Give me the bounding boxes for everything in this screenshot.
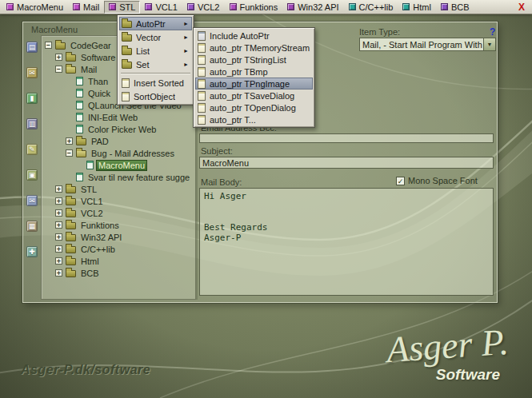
bcc-input[interactable] [199,133,494,143]
tree-item-label: Quick [86,89,112,98]
tree-item-c-c-lib[interactable]: +C/C++lib [42,243,195,255]
stl-menu-item-list[interactable]: List► [119,44,192,58]
mail-item-icon [76,77,83,86]
tree-indent-spacer [66,125,73,133]
autoptr-menu-item-auto-ptr-tmemorystream[interactable]: auto_ptr TMemoryStream [195,42,313,54]
tree-item-label: Mail [79,65,98,74]
submenu-arrow-icon: ► [183,21,189,26]
menubar-item-label: Mail [83,2,99,12]
close-button[interactable]: X [514,2,529,13]
tree-item-html[interactable]: +Html [42,255,195,267]
tree-item-pad[interactable]: +PAD [42,135,195,147]
menubar-item-html[interactable]: Html [398,1,436,14]
tree-item-bcb[interactable]: +BCB [42,267,195,279]
tree-item-label: Html [79,257,101,266]
brand-logo-script: Asger P. [385,324,509,369]
tree-expander-plus-icon[interactable]: + [55,197,62,205]
bookmark-icon[interactable]: ▮ [26,93,38,104]
tree-item-bug-mail-addresses[interactable]: −Bug - Mail Addresses [42,147,195,159]
stl-menu-item-autoptr[interactable]: AutoPtr► [119,17,192,30]
tree-indent-spacer [66,173,73,181]
tree-expander-plus-icon[interactable]: + [55,245,62,253]
tree-expander-plus-icon[interactable]: + [55,185,62,193]
stl-menu-item-set[interactable]: Set► [119,58,192,71]
menubar-item-vcl1[interactable]: VCL1 [140,1,182,14]
tree-item-vcl2[interactable]: +VCL2 [42,207,195,219]
tree-expander-plus-icon[interactable]: + [55,257,62,265]
left-toolbar: ▤✉▮▥✎▣✉▦✚ [25,42,39,296]
document-icon [198,67,206,77]
autoptr-menu-item-auto-ptr-tstringlist[interactable]: auto_ptr TStringList [195,54,313,66]
autoptr-menu-item-auto-ptr-tpngimage[interactable]: auto_ptr TPngImage [195,78,313,90]
tree-item-label: INI-Edit Web [86,113,139,122]
help-icon[interactable]: ? [490,26,495,38]
combo-arrow-icon[interactable] [483,38,495,50]
tree-item-vcl1[interactable]: +VCL1 [42,195,195,207]
autoptr-submenu: Include AutoPtrauto_ptr TMemoryStreamaut… [193,27,315,128]
menu-item-label: Set [136,60,150,70]
autoptr-menu-item-auto-ptr-tbmp[interactable]: auto_ptr TBmp [195,66,313,78]
autoptr-menu-item-auto-ptr-t[interactable]: auto_ptr T... [195,113,313,125]
menubar-item-stl[interactable]: STL [104,1,140,14]
stl-menu-item-insert-sorted[interactable]: Insert Sorted [119,76,192,90]
menubar-item-c-c-lib[interactable]: C/C++lib [344,1,398,14]
folder-icon [122,34,132,42]
tree-item-funktions[interactable]: +Funktions [42,219,195,231]
mail-body-textarea[interactable]: Hi Asger Best Regards Asger-P [199,188,494,296]
menu-item-label: Insert Sorted [134,78,184,88]
menubar-item-label: VCL2 [198,2,220,12]
tree-item-stl[interactable]: +STL [42,183,195,195]
folder-icon [66,258,76,265]
autoptr-menu-item-auto-ptr-topendialog[interactable]: auto_ptr TOpenDialog [195,101,313,113]
save-icon[interactable]: ▥ [26,118,38,129]
mail-icon[interactable]: ✉ [26,67,38,78]
tools-icon[interactable]: ✚ [26,246,38,257]
notes-icon[interactable]: ▤ [26,42,38,53]
menu-cube-icon [109,3,116,10]
grid-icon[interactable]: ▦ [26,221,38,232]
folder-icon[interactable]: ▣ [26,169,38,181]
tree-item-label: C/C++lib [79,245,117,254]
send-icon[interactable]: ✉ [26,195,38,206]
autoptr-menu-item-include-autoptr[interactable]: Include AutoPtr [195,30,313,42]
tree-indent-spacer [66,113,73,121]
tree-item-win32-api[interactable]: +Win32 API [42,231,195,243]
tree-expander-plus-icon[interactable]: + [55,209,62,217]
menubar-item-vcl2[interactable]: VCL2 [182,1,225,14]
tree-item-svar-til-new-feature-sugge[interactable]: Svar til new feature sugge [42,171,195,183]
autoptr-menu-item-auto-ptr-tsavedialog[interactable]: auto_ptr TSaveDialog [195,90,313,101]
tree-expander-plus-icon[interactable]: + [66,137,73,145]
tree-expander-plus-icon[interactable]: + [55,54,62,61]
stl-menu-item-sortobject[interactable]: SortObject [119,90,192,103]
tree-item-macromenu[interactable]: MacroMenu [42,159,195,171]
tree-expander-minus-icon[interactable]: − [66,149,73,157]
edit-icon[interactable]: ✎ [26,144,38,155]
tree-expander-minus-icon[interactable]: − [55,66,62,73]
tree-expander-minus-icon[interactable]: − [45,42,52,49]
folder-icon [55,42,66,50]
menubar-item-label: Funktions [240,2,278,12]
submenu-arrow-icon: ► [183,48,189,54]
item-type-combobox[interactable]: Mail, - Start Mail Program With Rece [359,38,496,51]
menubar-item-win32-api[interactable]: Win32 API [282,1,343,14]
subject-input[interactable] [199,157,494,169]
tree-item-label: Than [86,77,110,86]
tree-item-color-picker-web[interactable]: Color Picker Web [42,123,195,135]
tree-expander-plus-icon[interactable]: + [55,269,62,277]
menu-cube-icon [349,3,356,10]
menu-cube-icon [441,3,448,10]
tree-expander-plus-icon[interactable]: + [55,233,62,241]
stl-menu-item-vector[interactable]: Vector► [119,30,192,44]
folder-open-icon [76,150,86,157]
tree-item-ini-edit-web[interactable]: INI-Edit Web [42,111,195,123]
submenu-arrow-icon: ► [183,34,189,40]
menubar-item-macromenu[interactable]: MacroMenu [2,1,68,14]
checkbox-check-icon[interactable]: ✓ [396,177,405,185]
menubar-item-mail[interactable]: Mail [68,1,104,14]
tree-item-label: Bug - Mail Addresses [90,149,176,158]
menubar-item-label: C/C++lib [359,2,394,12]
tree-expander-plus-icon[interactable]: + [55,221,62,229]
menubar-item-funktions[interactable]: Funktions [225,1,283,14]
mono-space-checkbox[interactable]: ✓ Mono Space Font [396,176,478,185]
menubar-item-bcb[interactable]: BCB [436,1,474,14]
